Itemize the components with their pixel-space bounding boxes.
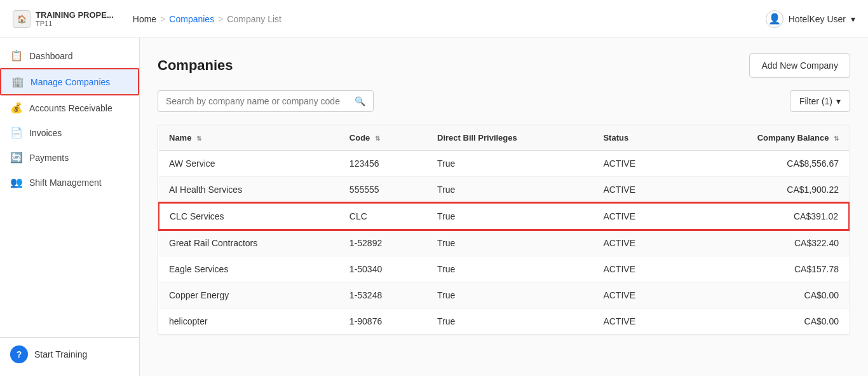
- search-box[interactable]: 🔍: [158, 90, 374, 112]
- cell-code: 1-52892: [339, 230, 427, 256]
- cell-status: ACTIVE: [593, 230, 680, 256]
- breadcrumb-current: Company List: [227, 14, 281, 24]
- cell-status: ACTIVE: [593, 177, 680, 204]
- cell-name: helicopter: [159, 309, 339, 335]
- manage-companies-icon: 🏢: [11, 76, 24, 88]
- filter-button[interactable]: Filter (1) ▾: [790, 90, 850, 112]
- breadcrumb-sep1: >: [160, 14, 165, 24]
- user-avatar-icon: 👤: [766, 10, 783, 28]
- cell-code: 1-50340: [339, 256, 427, 282]
- payments-icon: 🔄: [10, 151, 23, 164]
- search-filter-row: 🔍 Filter (1) ▾: [158, 90, 850, 112]
- cell-status: ACTIVE: [593, 282, 680, 309]
- table-row[interactable]: AW Service 123456 True ACTIVE CA$8,556.6…: [159, 151, 849, 177]
- cell-code: 1-53248: [339, 282, 427, 309]
- top-bar: 🏠 TRAINING PROPE... TP11 Home > Companie…: [0, 0, 868, 38]
- cell-balance: CA$391.02: [680, 203, 849, 230]
- cell-name: AI Health Services: [159, 177, 339, 204]
- col-balance[interactable]: Company Balance ⇅: [680, 125, 849, 151]
- sidebar-item-invoices[interactable]: 📄 Invoices: [0, 120, 139, 145]
- sidebar-item-label: Manage Companies: [31, 77, 110, 87]
- sidebar-item-label: Shift Management: [29, 178, 102, 188]
- cell-status: ACTIVE: [593, 256, 680, 282]
- col-code[interactable]: Code ⇅: [339, 125, 427, 151]
- cell-balance: CA$1,900.22: [680, 177, 849, 204]
- sidebar-item-label: Invoices: [29, 128, 62, 138]
- cell-code: 1-90876: [339, 309, 427, 335]
- content-header: Companies Add New Company: [158, 53, 850, 78]
- cell-direct-bill: True: [427, 256, 593, 282]
- cell-direct-bill: True: [427, 203, 593, 230]
- table-row[interactable]: CLC Services CLC True ACTIVE CA$391.02: [159, 203, 849, 230]
- table-row[interactable]: AI Health Services 555555 True ACTIVE CA…: [159, 177, 849, 204]
- logo-title: TRAINING PROPE...: [36, 10, 114, 20]
- filter-label: Filter (1): [799, 96, 832, 106]
- cell-direct-bill: True: [427, 177, 593, 204]
- logo-text: TRAINING PROPE... TP11: [36, 10, 114, 27]
- add-new-company-button[interactable]: Add New Company: [749, 53, 850, 78]
- accounts-receivable-icon: 💰: [10, 102, 23, 114]
- chevron-down-icon: ▾: [836, 96, 841, 106]
- dashboard-icon: 📋: [10, 50, 23, 62]
- logo-area: 🏠 TRAINING PROPE... TP11: [13, 10, 114, 28]
- cell-balance: CA$0.00: [680, 309, 849, 335]
- table-row[interactable]: helicopter 1-90876 True ACTIVE CA$0.00: [159, 309, 849, 335]
- sort-code-icon: ⇅: [375, 135, 380, 142]
- table-row[interactable]: Copper Energy 1-53248 True ACTIVE CA$0.0…: [159, 282, 849, 309]
- breadcrumb: Home > Companies > Company List: [133, 14, 281, 24]
- main-content: Companies Add New Company 🔍 Filter (1) ▾…: [140, 38, 868, 376]
- col-name[interactable]: Name ⇅: [159, 125, 339, 151]
- sidebar-item-accounts-receivable[interactable]: 💰 Accounts Receivable: [0, 95, 139, 120]
- cell-balance: CA$322.40: [680, 230, 849, 256]
- breadcrumb-sep2: >: [218, 14, 223, 24]
- sidebar-item-shift-management[interactable]: 👥 Shift Management: [0, 170, 139, 195]
- table-row[interactable]: Eagle Services 1-50340 True ACTIVE CA$15…: [159, 256, 849, 282]
- search-input[interactable]: [166, 96, 349, 106]
- cell-direct-bill: True: [427, 282, 593, 309]
- start-training-area[interactable]: ? Start Training: [0, 337, 139, 371]
- table-header-row: Name ⇅ Code ⇅ Direct Bill Privileges Sta…: [159, 125, 849, 151]
- sidebar-item-manage-companies[interactable]: 🏢 Manage Companies: [0, 68, 139, 95]
- sidebar: 📋 Dashboard 🏢 Manage Companies 💰 Account…: [0, 38, 140, 376]
- top-bar-left: 🏠 TRAINING PROPE... TP11 Home > Companie…: [13, 10, 281, 28]
- col-status: Status: [593, 125, 680, 151]
- col-direct-bill: Direct Bill Privileges: [427, 125, 593, 151]
- cell-code: 555555: [339, 177, 427, 204]
- sidebar-item-label: Payments: [29, 153, 69, 163]
- companies-table: Name ⇅ Code ⇅ Direct Bill Privileges Sta…: [158, 125, 850, 335]
- sidebar-item-payments[interactable]: 🔄 Payments: [0, 145, 139, 170]
- cell-direct-bill: True: [427, 230, 593, 256]
- cell-name: AW Service: [159, 151, 339, 177]
- cell-status: ACTIVE: [593, 151, 680, 177]
- cell-status: ACTIVE: [593, 309, 680, 335]
- user-label: HotelKey User: [789, 14, 846, 24]
- sidebar-item-label: Dashboard: [29, 51, 73, 61]
- start-training-label: Start Training: [34, 349, 87, 359]
- sort-balance-icon: ⇅: [834, 135, 839, 142]
- breadcrumb-home[interactable]: Home: [133, 14, 156, 24]
- logo-icon: 🏠: [13, 10, 31, 28]
- chevron-down-icon: ▾: [851, 14, 855, 24]
- shift-management-icon: 👥: [10, 176, 23, 188]
- sidebar-item-label: Accounts Receivable: [29, 103, 112, 113]
- breadcrumb-companies[interactable]: Companies: [169, 14, 214, 24]
- logo-subtitle: TP11: [36, 20, 114, 27]
- user-area[interactable]: 👤 HotelKey User ▾: [766, 10, 855, 28]
- cell-code: CLC: [339, 203, 427, 230]
- cell-balance: CA$0.00: [680, 282, 849, 309]
- cell-name: Great Rail Contractors: [159, 230, 339, 256]
- cell-direct-bill: True: [427, 151, 593, 177]
- search-icon: 🔍: [355, 96, 365, 106]
- cell-name: Copper Energy: [159, 282, 339, 309]
- cell-balance: CA$8,556.67: [680, 151, 849, 177]
- cell-name: Eagle Services: [159, 256, 339, 282]
- table-row[interactable]: Great Rail Contractors 1-52892 True ACTI…: [159, 230, 849, 256]
- sidebar-item-dashboard[interactable]: 📋 Dashboard: [0, 43, 139, 68]
- cell-balance: CA$157.78: [680, 256, 849, 282]
- cell-direct-bill: True: [427, 309, 593, 335]
- main-layout: 📋 Dashboard 🏢 Manage Companies 💰 Account…: [0, 38, 868, 376]
- cell-name: CLC Services: [159, 203, 339, 230]
- sort-name-icon: ⇅: [196, 135, 201, 142]
- help-icon: ?: [10, 345, 28, 363]
- page-title: Companies: [158, 57, 233, 74]
